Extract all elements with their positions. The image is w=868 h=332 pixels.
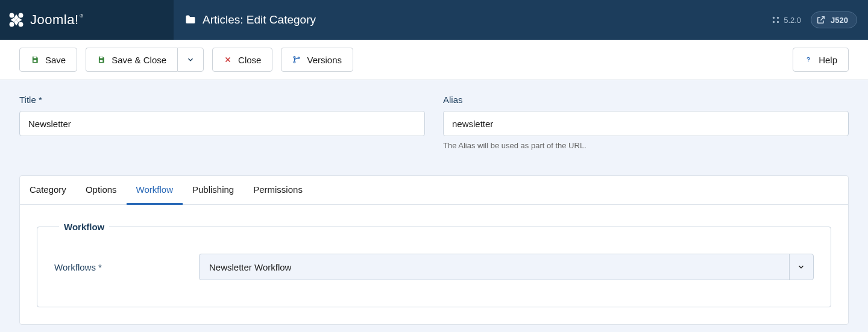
svg-point-1 bbox=[19, 13, 24, 18]
title-label: Title * bbox=[19, 95, 425, 105]
title-input[interactable] bbox=[19, 111, 425, 136]
workflows-label: Workflows * bbox=[54, 262, 199, 272]
svg-point-15 bbox=[808, 61, 809, 62]
folder-icon bbox=[184, 14, 197, 26]
page-title-text: Articles: Edit Category bbox=[203, 13, 316, 27]
title-field-group: Title * bbox=[19, 95, 425, 150]
alias-field-group: Alias The Alias will be used as part of … bbox=[443, 95, 849, 150]
workflows-field-row: Workflows * Newsletter Workflow bbox=[54, 254, 814, 280]
workflow-fieldset: Workflow Workflows * Newsletter Workflow bbox=[37, 222, 831, 307]
tab-publishing[interactable]: Publishing bbox=[183, 176, 244, 205]
svg-point-7 bbox=[777, 21, 779, 23]
tabs-card: Category Options Workflow Publishing Per… bbox=[19, 175, 849, 325]
toolbar: Save Save & Close Close Versions Help bbox=[0, 40, 868, 80]
brand-name: Joomla! bbox=[30, 12, 79, 28]
external-link-icon bbox=[816, 15, 826, 25]
chevron-down-icon bbox=[186, 55, 195, 64]
alias-input[interactable] bbox=[443, 111, 849, 136]
save-icon bbox=[97, 55, 105, 64]
tab-permissions[interactable]: Permissions bbox=[244, 176, 312, 205]
workflows-select[interactable]: Newsletter Workflow bbox=[199, 254, 814, 280]
close-button-label: Close bbox=[238, 55, 261, 65]
save-dropdown-button[interactable] bbox=[177, 48, 204, 72]
save-close-button-label: Save & Close bbox=[112, 55, 166, 65]
svg-rect-10 bbox=[100, 57, 103, 58]
save-icon bbox=[31, 55, 39, 64]
workflows-select-wrap: Newsletter Workflow bbox=[199, 254, 814, 280]
svg-point-4 bbox=[773, 17, 775, 19]
help-button[interactable]: Help bbox=[793, 48, 849, 72]
version-indicator[interactable]: 5.2.0 bbox=[772, 16, 801, 25]
svg-point-0 bbox=[10, 13, 14, 18]
tab-panel-workflow: Workflow Workflows * Newsletter Workflow bbox=[20, 205, 848, 324]
save-button-label: Save bbox=[45, 55, 66, 65]
svg-rect-11 bbox=[100, 60, 103, 63]
alias-label: Alias bbox=[443, 95, 849, 105]
workflow-legend: Workflow bbox=[59, 222, 109, 232]
title-alias-row: Title * Alias The Alias will be used as … bbox=[0, 80, 868, 157]
alias-help-text: The Alias will be used as part of the UR… bbox=[443, 141, 849, 150]
svg-rect-8 bbox=[34, 57, 37, 58]
app-header: Joomla! Articles: Edit Category 5.2.0 J5… bbox=[0, 0, 868, 40]
svg-point-6 bbox=[773, 21, 775, 23]
joomla-small-icon bbox=[772, 16, 780, 24]
help-button-label: Help bbox=[819, 55, 837, 65]
svg-point-5 bbox=[777, 17, 779, 19]
branch-icon bbox=[292, 55, 301, 64]
save-button[interactable]: Save bbox=[19, 48, 77, 72]
joomla-logo-icon bbox=[7, 11, 25, 29]
svg-point-14 bbox=[298, 57, 300, 59]
tab-options[interactable]: Options bbox=[76, 176, 127, 205]
svg-point-12 bbox=[294, 57, 296, 58]
site-badge[interactable]: J520 bbox=[811, 11, 857, 28]
close-button[interactable]: Close bbox=[212, 48, 272, 72]
version-text: 5.2.0 bbox=[784, 16, 801, 25]
help-icon bbox=[804, 55, 813, 64]
save-close-group: Save & Close bbox=[86, 48, 204, 72]
versions-button-label: Versions bbox=[307, 55, 342, 65]
save-close-button[interactable]: Save & Close bbox=[86, 48, 177, 72]
svg-point-3 bbox=[19, 22, 24, 27]
versions-button[interactable]: Versions bbox=[281, 48, 353, 72]
svg-rect-9 bbox=[34, 60, 37, 63]
tab-workflow[interactable]: Workflow bbox=[127, 176, 183, 205]
header-right: 5.2.0 J520 bbox=[772, 11, 868, 28]
svg-point-13 bbox=[294, 61, 296, 63]
site-badge-label: J520 bbox=[831, 16, 848, 25]
svg-point-2 bbox=[10, 22, 14, 27]
close-icon bbox=[224, 55, 232, 64]
brand[interactable]: Joomla! bbox=[0, 0, 174, 40]
page-title: Articles: Edit Category bbox=[174, 13, 327, 27]
tab-category[interactable]: Category bbox=[20, 176, 76, 205]
tabs: Category Options Workflow Publishing Per… bbox=[20, 176, 848, 205]
